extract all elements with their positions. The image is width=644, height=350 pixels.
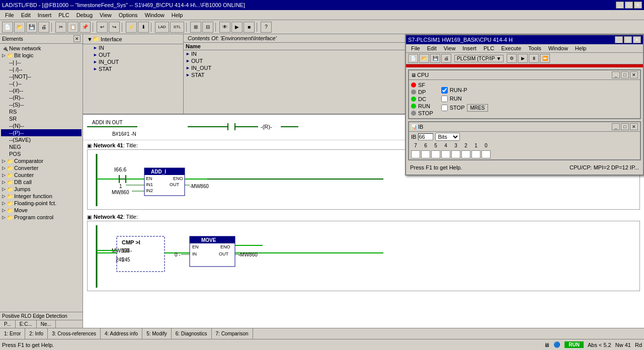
tree-item-set-coil[interactable]: --(S)-- <box>1 101 82 108</box>
plcsim-menu-tools[interactable]: Tools <box>525 45 544 52</box>
redo-btn[interactable]: ↪ <box>109 22 120 33</box>
maximize-button[interactable]: □ <box>625 2 633 9</box>
tree-item-not[interactable]: --[NOT]-- <box>1 73 82 80</box>
run-checkbox[interactable] <box>441 96 448 102</box>
status-tab-5[interactable]: 5: Modify <box>142 328 172 339</box>
tree-item-db-call[interactable]: ▷ 📁 DB call <box>1 179 82 186</box>
tree-item-converter[interactable]: ▷ 📁 Converter <box>1 164 82 171</box>
tree-item-save[interactable]: --(SAVE) <box>1 136 82 143</box>
tree-item-integer-function[interactable]: ▷ 📁 Integer function <box>1 193 82 200</box>
tree-item-no-contact[interactable]: --| |-- <box>1 59 82 66</box>
open-btn[interactable]: 📂 <box>14 22 25 33</box>
iface-stat[interactable]: ► STAT <box>83 65 183 72</box>
menu-view[interactable]: View <box>97 12 115 19</box>
ib-number-input[interactable] <box>418 133 433 140</box>
plcsim-menu-execute[interactable]: Execute <box>498 45 524 52</box>
tree-item-pos[interactable]: POS <box>1 150 82 157</box>
plcsim-tb-print[interactable]: 🖨 <box>441 54 451 63</box>
plcsim-close-btn[interactable]: ✕ <box>633 36 641 43</box>
menu-window[interactable]: Window <box>142 12 168 19</box>
download-btn[interactable]: ⬇ <box>138 22 149 33</box>
status-tab-2[interactable]: 2: Info <box>25 328 48 339</box>
runp-checkbox[interactable] <box>441 87 448 94</box>
tree-item-mid-coil[interactable]: --(#)-- <box>1 87 82 94</box>
stop-btn[interactable]: ■ <box>244 22 255 33</box>
left-panel-close[interactable]: ✕ <box>73 35 80 42</box>
tree-item-reset-coil[interactable]: --(R)-- <box>1 94 82 101</box>
iface-in[interactable]: ► IN <box>83 44 183 51</box>
tree-item-move[interactable]: ▷ 📁 Move <box>1 207 82 214</box>
network-42-collapse[interactable]: ▣ <box>87 214 92 220</box>
stl-btn[interactable]: STL <box>170 22 184 33</box>
left-tab-ne[interactable]: Ne... <box>37 320 56 328</box>
run-btn[interactable]: ▶ <box>231 22 243 33</box>
plcsim-ib-close[interactable]: ✕ <box>630 123 638 130</box>
compile-btn[interactable]: ⚡ <box>126 22 137 33</box>
menu-help[interactable]: Help <box>169 12 186 19</box>
tree-item-sr[interactable]: SR <box>1 115 82 122</box>
tree-item-jumps[interactable]: ▷ 📁 Jumps <box>1 186 82 193</box>
status-tab-3[interactable]: 3: Cross-references <box>48 328 101 339</box>
stop-checkbox[interactable] <box>441 105 448 111</box>
plcsim-menu-edit[interactable]: Edit <box>424 45 440 52</box>
save-btn[interactable]: 💾 <box>26 22 37 33</box>
plcsim-ib-max[interactable]: □ <box>621 123 629 130</box>
tree-item-comparator[interactable]: ▷ 📁 Comparator <box>1 157 82 164</box>
plcsim-cpu-min[interactable]: _ <box>612 71 620 78</box>
plcsim-tcp-dropdown[interactable]: PLCSIM (TCP/IP ▼ <box>454 55 504 62</box>
status-tab-1[interactable]: 1: Error <box>0 328 25 339</box>
tree-item-program-control[interactable]: ▷ 📁 Program control <box>1 214 82 221</box>
plcsim-tb-btn1[interactable]: ⚙ <box>507 54 517 63</box>
bit-6-box[interactable] <box>421 150 430 158</box>
disconnect-btn[interactable]: ⊟ <box>202 22 213 33</box>
plcsim-tb-btn2[interactable]: ▶ <box>518 54 528 63</box>
status-tab-6[interactable]: 6: Diagnostics <box>172 328 212 339</box>
tree-item-rs[interactable]: RS <box>1 108 82 115</box>
tree-item-float[interactable]: ▷ 📁 Floating-point fct. <box>1 200 82 207</box>
iface-in-out[interactable]: ► IN_OUT <box>83 58 183 65</box>
menu-insert[interactable]: Insert <box>35 12 55 19</box>
close-button[interactable]: ✕ <box>634 2 642 9</box>
print-btn[interactable]: 🖨 <box>38 22 49 33</box>
lad-btn[interactable]: LAD <box>155 22 169 33</box>
connect-btn[interactable]: ⊞ <box>190 22 201 33</box>
tree-item-counter[interactable]: ▷ 📁 Counter <box>1 171 82 179</box>
undo-btn[interactable]: ↩ <box>97 22 108 33</box>
cut-btn[interactable]: ✂ <box>55 22 66 33</box>
plcsim-cpu-max[interactable]: □ <box>621 71 629 78</box>
bit-3-box[interactable] <box>451 150 460 158</box>
menu-debug[interactable]: Debug <box>73 12 96 19</box>
status-tab-4[interactable]: 4: Address info <box>101 328 142 339</box>
plcsim-tb-btn4[interactable]: ⏩ <box>540 54 550 63</box>
ib-type-select[interactable]: Bits Byte Word <box>435 133 460 141</box>
network-41-collapse[interactable]: ▣ <box>87 143 92 148</box>
plcsim-cpu-close[interactable]: ✕ <box>630 71 638 78</box>
copy-btn[interactable]: 📋 <box>67 22 78 33</box>
plcsim-tb-btn3[interactable]: ⏸ <box>529 54 539 63</box>
status-tab-7[interactable]: 7: Comparison <box>212 328 253 339</box>
plcsim-min-btn[interactable]: _ <box>615 36 623 43</box>
mres-button[interactable]: MRES <box>467 104 489 112</box>
help-btn[interactable]: ? <box>261 22 272 33</box>
plcsim-ib-min[interactable]: _ <box>612 123 620 130</box>
bit-5-box[interactable] <box>431 150 440 158</box>
left-tab-p[interactable]: P... <box>0 320 16 328</box>
tree-item-bit-logic[interactable]: ▷ 📁 Bit logic <box>1 52 82 59</box>
plcsim-tb-open[interactable]: 📂 <box>419 54 429 63</box>
iface-out[interactable]: ► OUT <box>83 51 183 58</box>
tree-item-coil[interactable]: --( )-- <box>1 80 82 87</box>
left-tab-ec[interactable]: E:C... <box>16 320 37 328</box>
plcsim-tb-new[interactable]: 📄 <box>408 54 418 63</box>
plcsim-menu-window[interactable]: Window <box>545 45 571 52</box>
new-btn[interactable]: 📄 <box>2 22 13 33</box>
bit-7-box[interactable] <box>411 150 420 158</box>
bit-1-box[interactable] <box>471 150 480 158</box>
menu-edit[interactable]: Edit <box>18 12 34 19</box>
monitor-btn[interactable]: 👁 <box>219 22 230 33</box>
tree-item-new-network[interactable]: 🔌 New network <box>1 45 82 52</box>
paste-btn[interactable]: 📌 <box>79 22 91 33</box>
plcsim-menu-file[interactable]: File <box>408 45 423 52</box>
tree-item-nc-contact[interactable]: --| /|-- <box>1 66 82 73</box>
bit-0-box[interactable] <box>481 150 491 158</box>
plcsim-menu-plc[interactable]: PLC <box>480 45 497 52</box>
